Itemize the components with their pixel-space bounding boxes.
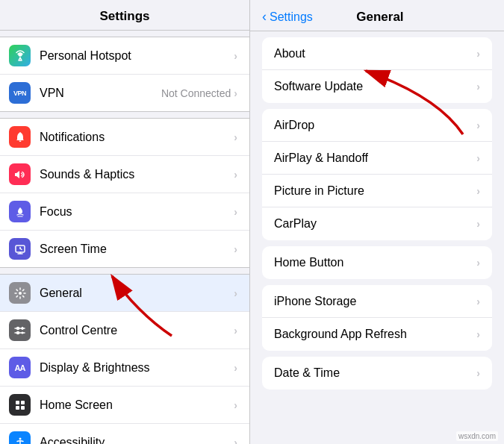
list-item[interactable]: Personal Hotspot ›	[0, 37, 249, 75]
list-item[interactable]: Home Button ›	[262, 246, 492, 279]
list-item[interactable]: AirPlay & Handoff ›	[262, 142, 492, 175]
notifications-icon	[9, 126, 31, 148]
svg-rect-12	[16, 401, 19, 404]
screentime-label: Screen Time	[40, 243, 234, 256]
general-settings-panel: ‹ Settings General About › Software Upda…	[250, 0, 504, 444]
chevron-icon: ›	[476, 48, 480, 60]
chevron-icon: ›	[234, 87, 237, 99]
chevron-icon: ›	[234, 325, 237, 337]
airplay-label: AirPlay & Handoff	[274, 151, 476, 165]
chevron-icon: ›	[234, 131, 237, 143]
back-label: Settings	[270, 10, 313, 24]
back-chevron-icon: ‹	[262, 9, 267, 25]
screentime-icon	[9, 238, 31, 260]
chevron-icon: ›	[234, 399, 237, 411]
carplay-label: CarPlay	[274, 217, 476, 231]
list-item[interactable]: General ›	[0, 275, 249, 312]
focus-icon	[9, 201, 31, 222]
left-header: Settings	[0, 0, 249, 31]
chevron-icon: ›	[476, 81, 480, 93]
vpn-icon: VPN	[9, 82, 31, 104]
focus-label: Focus	[40, 205, 234, 219]
homescreen-label: Home Screen	[40, 398, 234, 412]
general-group-2: AirDrop › AirPlay & Handoff › Picture in…	[262, 109, 492, 240]
general-label: General	[40, 287, 234, 300]
general-group-1: About › Software Update ›	[262, 37, 492, 103]
svg-rect-13	[21, 401, 25, 404]
hotspot-label: Personal Hotspot	[40, 49, 234, 63]
chevron-icon: ›	[234, 362, 237, 374]
general-group-5: Date & Time ›	[262, 357, 492, 390]
left-title: Settings	[99, 9, 149, 23]
chevron-icon: ›	[476, 367, 480, 379]
display-icon: AA	[9, 357, 31, 378]
vpn-value: Not Connected	[161, 87, 231, 99]
general-icon	[9, 282, 31, 304]
chevron-icon: ›	[476, 185, 480, 197]
svg-rect-14	[16, 406, 19, 410]
chevron-icon: ›	[476, 152, 480, 164]
chevron-icon: ›	[476, 296, 480, 307]
list-item[interactable]: Control Centre ›	[0, 312, 249, 349]
vpn-label: VPN	[40, 87, 161, 100]
settings-list: Personal Hotspot › VPN VPN Not Connected…	[0, 31, 249, 444]
list-item[interactable]: About ›	[262, 37, 492, 70]
chevron-icon: ›	[234, 287, 237, 299]
chevron-icon: ›	[476, 328, 480, 340]
software-update-label: Software Update	[274, 80, 476, 93]
airdrop-label: AirDrop	[274, 119, 476, 132]
homescreen-icon	[9, 394, 31, 416]
list-item[interactable]: Focus ›	[0, 193, 249, 231]
chevron-icon: ›	[476, 119, 480, 131]
settings-left-panel: Settings Personal Hotspot › VPN	[0, 0, 250, 444]
list-item[interactable]: Software Update ›	[262, 70, 492, 103]
svg-point-16	[19, 437, 21, 440]
chevron-icon: ›	[234, 206, 237, 218]
chevron-icon: ›	[234, 169, 237, 181]
settings-group-3: General › Control Centre › AA	[0, 274, 249, 444]
chevron-icon: ›	[476, 218, 480, 230]
notifications-label: Notifications	[40, 131, 234, 144]
home-button-label: Home Button	[274, 256, 476, 269]
chevron-icon: ›	[234, 437, 237, 445]
list-item[interactable]: VPN VPN Not Connected ›	[0, 75, 249, 111]
list-item[interactable]: AirDrop ›	[262, 109, 492, 142]
chevron-icon: ›	[234, 243, 237, 255]
list-item[interactable]: Notifications ›	[0, 119, 249, 156]
general-group-4: iPhone Storage › Background App Refresh …	[262, 285, 492, 351]
list-item[interactable]: Sounds & Haptics ›	[0, 156, 249, 193]
list-item[interactable]: Home Screen ›	[0, 387, 249, 424]
list-item[interactable]: iPhone Storage ›	[262, 285, 492, 318]
list-item[interactable]: Background App Refresh ›	[262, 318, 492, 351]
settings-group-2: Notifications › Sounds & Haptics ›	[0, 118, 249, 268]
list-item[interactable]: Screen Time ›	[0, 231, 249, 267]
general-list: About › Software Update › AirDrop ›	[250, 31, 504, 444]
back-button[interactable]: ‹ Settings	[262, 9, 313, 25]
list-item[interactable]: Picture in Picture ›	[262, 175, 492, 207]
background-refresh-label: Background App Refresh	[274, 328, 476, 341]
picture-label: Picture in Picture	[274, 184, 476, 198]
list-item[interactable]: CarPlay ›	[262, 207, 492, 240]
about-label: About	[274, 47, 476, 60]
date-time-label: Date & Time	[274, 366, 476, 380]
chevron-icon: ›	[476, 257, 480, 269]
settings-group-1: Personal Hotspot › VPN VPN Not Connected…	[0, 37, 249, 112]
accessibility-label: Accessibility	[40, 436, 234, 445]
right-title: General	[313, 10, 447, 25]
accessibility-icon	[9, 431, 31, 444]
right-header: ‹ Settings General	[250, 0, 504, 31]
list-item[interactable]: Accessibility ›	[0, 424, 249, 444]
hotspot-icon	[9, 45, 31, 66]
display-label: Display & Brightness	[40, 361, 234, 375]
chevron-icon: ›	[234, 50, 237, 62]
list-item[interactable]: Date & Time ›	[262, 357, 492, 390]
sounds-icon	[9, 163, 31, 185]
sounds-label: Sounds & Haptics	[40, 168, 234, 181]
list-item[interactable]: AA Display & Brightness ›	[0, 349, 249, 387]
iphone-storage-label: iPhone Storage	[274, 295, 476, 308]
control-icon	[9, 319, 31, 341]
svg-point-2	[19, 292, 22, 295]
watermark: wsxdn.com	[456, 431, 498, 441]
svg-rect-15	[21, 406, 25, 410]
control-label: Control Centre	[40, 324, 234, 337]
